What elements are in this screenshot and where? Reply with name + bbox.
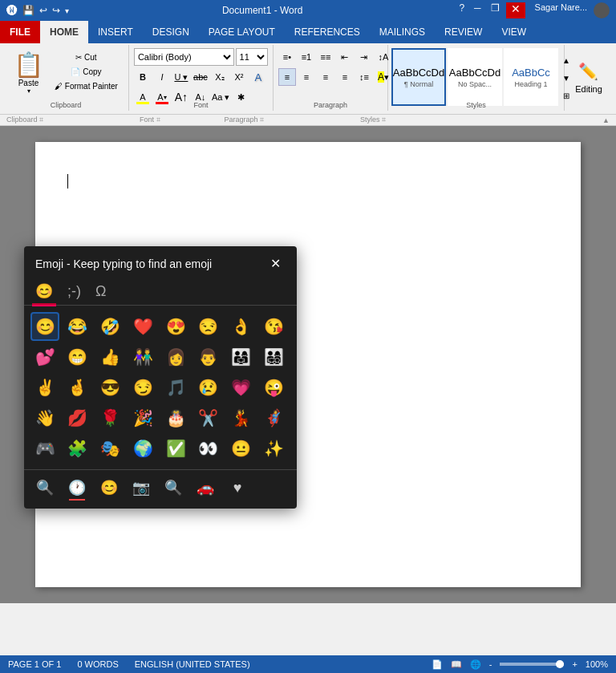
tab-mailings[interactable]: MAILINGS: [370, 21, 435, 43]
emoji-tab-smiley[interactable]: 😊: [32, 281, 56, 302]
emoji-cell[interactable]: 🦸: [259, 403, 288, 432]
multilevel-button[interactable]: ≡≡: [317, 48, 334, 66]
restore-button[interactable]: ❒: [488, 2, 503, 18]
close-button[interactable]: ✕: [506, 2, 525, 18]
emoji-cell[interactable]: 💋: [63, 403, 92, 432]
emoji-cell[interactable]: 🎮: [30, 434, 59, 463]
view-print[interactable]: 📄: [432, 659, 443, 670]
text-effects-button[interactable]: A: [249, 68, 267, 86]
strikethrough-button[interactable]: abc: [192, 68, 209, 86]
emoji-category-button[interactable]: 🕐: [63, 473, 91, 502]
emoji-category-button[interactable]: 🔍: [159, 473, 188, 502]
emoji-cell[interactable]: 👩: [161, 343, 190, 371]
emoji-cell[interactable]: 👨‍👩‍👧: [227, 343, 256, 371]
underline-button[interactable]: U ▾: [172, 68, 190, 86]
tab-references[interactable]: REFERENCES: [285, 21, 370, 43]
emoji-cell[interactable]: 😜: [259, 373, 288, 402]
quick-undo[interactable]: ↩: [39, 5, 47, 16]
emoji-category-button[interactable]: 🚗: [191, 473, 220, 502]
emoji-cell[interactable]: 😐: [227, 434, 256, 463]
style-heading1[interactable]: AaBbCc Heading 1: [504, 48, 558, 106]
tab-insert[interactable]: INSERT: [88, 21, 143, 43]
emoji-cell[interactable]: 😂: [63, 312, 92, 341]
font-name-select[interactable]: Calibri (Body): [134, 48, 234, 66]
numbering-button[interactable]: ≡1: [298, 48, 315, 66]
emoji-category-button[interactable]: 🔍: [30, 473, 59, 502]
decrease-indent-button[interactable]: ⇤: [336, 48, 354, 66]
emoji-cell[interactable]: 😢: [194, 373, 223, 402]
cut-button[interactable]: ✂ Cut: [51, 51, 122, 63]
zoom-level[interactable]: 100%: [586, 659, 608, 669]
view-read[interactable]: 📖: [451, 659, 462, 670]
emoji-close-button[interactable]: ✕: [265, 254, 286, 273]
align-left-button[interactable]: ≡: [278, 68, 296, 86]
emoji-cell[interactable]: 🎂: [161, 403, 190, 432]
emoji-cell[interactable]: 👫: [128, 343, 157, 371]
bold-button[interactable]: B: [134, 68, 152, 86]
emoji-cell[interactable]: 😏: [128, 373, 157, 402]
zoom-in[interactable]: +: [572, 659, 577, 669]
emoji-cell[interactable]: 🎉: [128, 403, 157, 432]
tab-view[interactable]: VIEW: [492, 21, 536, 43]
font-size-select[interactable]: 11: [236, 48, 268, 66]
copy-button[interactable]: 📄 Copy: [51, 66, 122, 78]
emoji-cell[interactable]: ✂️: [194, 403, 223, 432]
emoji-cell[interactable]: ❤️: [128, 312, 157, 341]
emoji-cell[interactable]: 👨‍👩‍👧‍👦: [259, 343, 288, 371]
ribbon-collapse[interactable]: ▲: [602, 116, 610, 124]
emoji-cell[interactable]: 🧩: [63, 434, 92, 463]
help-button[interactable]: ?: [456, 2, 468, 18]
emoji-cell[interactable]: 😍: [161, 312, 190, 341]
justify-button[interactable]: ≡: [336, 68, 354, 86]
style-no-spacing[interactable]: AaBbCcDd No Spac...: [448, 48, 502, 106]
paste-button[interactable]: 📋 Paste ▾: [8, 47, 49, 109]
user-name[interactable]: Sagar Nare...: [535, 2, 587, 18]
window-controls[interactable]: ? ─ ❒ ✕ Sagar Nare...: [456, 2, 610, 18]
emoji-cell[interactable]: 💃: [227, 403, 256, 432]
emoji-cell[interactable]: 🤞: [63, 373, 92, 402]
emoji-cell[interactable]: 👍: [96, 343, 125, 371]
emoji-cell[interactable]: 👨: [194, 343, 223, 371]
minimize-button[interactable]: ─: [471, 2, 484, 18]
bullets-button[interactable]: ≡•: [278, 48, 296, 66]
emoji-tab-symbols[interactable]: Ω: [92, 281, 109, 302]
emoji-cell[interactable]: 😒: [194, 312, 223, 341]
zoom-out[interactable]: -: [489, 659, 492, 669]
emoji-tab-emoticon[interactable]: ;-): [64, 281, 84, 302]
view-web[interactable]: 🌐: [470, 659, 481, 670]
emoji-cell[interactable]: 👌: [227, 312, 256, 341]
emoji-cell[interactable]: 💗: [227, 373, 256, 402]
emoji-category-button[interactable]: ♥: [223, 473, 252, 502]
tab-home[interactable]: HOME: [40, 21, 88, 43]
subscript-button[interactable]: X₂: [211, 68, 229, 86]
emoji-cell[interactable]: ✨: [259, 434, 288, 463]
tab-review[interactable]: REVIEW: [435, 21, 492, 43]
emoji-cell[interactable]: 🌹: [96, 403, 125, 432]
emoji-cell[interactable]: 😘: [259, 312, 288, 341]
tab-file[interactable]: FILE: [0, 21, 40, 43]
emoji-cell[interactable]: 🤣: [96, 312, 125, 341]
user-avatar[interactable]: [594, 2, 610, 18]
emoji-cell[interactable]: 😁: [63, 343, 92, 371]
increase-indent-button[interactable]: ⇥: [355, 48, 373, 66]
italic-button[interactable]: I: [153, 68, 171, 86]
format-painter-button[interactable]: 🖌 Format Painter: [51, 80, 122, 92]
emoji-cell[interactable]: 😊: [30, 312, 59, 341]
quick-save[interactable]: 💾: [22, 5, 34, 16]
align-center-button[interactable]: ≡: [298, 68, 315, 86]
zoom-slider[interactable]: [500, 663, 564, 666]
tab-design[interactable]: DESIGN: [143, 21, 199, 43]
emoji-cell[interactable]: 🎵: [161, 373, 190, 402]
emoji-cell[interactable]: 🎭: [96, 434, 125, 463]
style-normal[interactable]: AaBbCcDd ¶ Normal: [391, 48, 446, 106]
emoji-cell[interactable]: 👀: [194, 434, 223, 463]
emoji-cell[interactable]: ✌️: [30, 373, 59, 402]
superscript-button[interactable]: X²: [230, 68, 248, 86]
paste-dropdown[interactable]: ▾: [27, 87, 30, 95]
emoji-cell[interactable]: 💕: [30, 343, 59, 371]
emoji-cell[interactable]: 😎: [96, 373, 125, 402]
emoji-category-button[interactable]: 📷: [127, 473, 156, 502]
tab-page-layout[interactable]: PAGE LAYOUT: [199, 21, 285, 43]
emoji-cell[interactable]: 🌍: [128, 434, 157, 463]
quick-redo[interactable]: ↪: [52, 5, 60, 16]
